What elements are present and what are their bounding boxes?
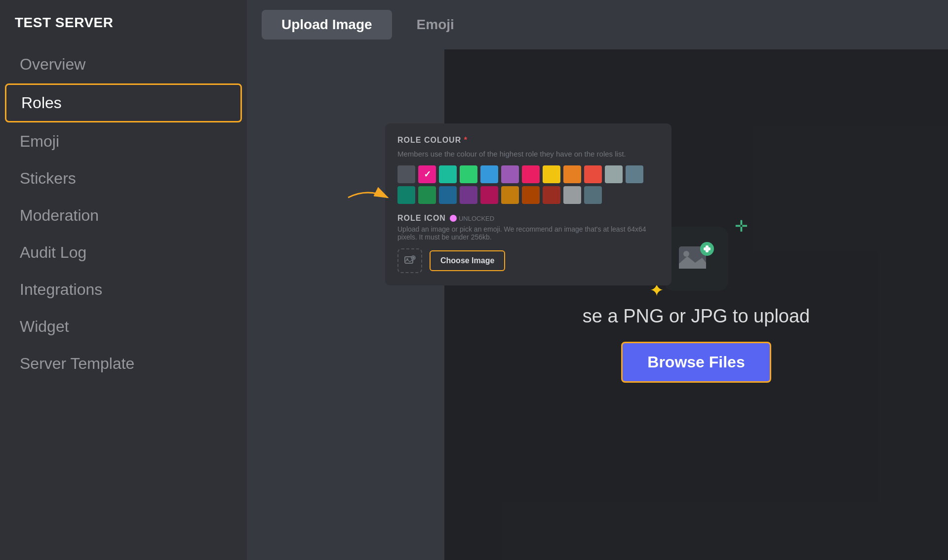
swatch-red[interactable] [584,165,602,183]
swatch-blue[interactable] [480,165,498,183]
add-image-icon [404,255,416,267]
sidebar-item-emoji[interactable]: Emoji [5,123,242,160]
sidebar-item-stickers[interactable]: Stickers [5,160,242,197]
role-icon-row: Choose Image [397,248,659,273]
colour-swatches [397,165,659,204]
swatch-orange[interactable] [563,165,581,183]
swatch-dark-purple[interactable] [460,186,477,204]
swatch-dark-green[interactable] [418,186,436,204]
sidebar-item-audit-log[interactable]: Audit Log [5,235,242,271]
svg-rect-9 [412,257,414,258]
image-upload-icon [676,239,716,279]
swatch-dark-orange[interactable] [522,186,540,204]
swatch-navy[interactable] [439,186,457,204]
boost-icon [450,215,457,222]
main-content: Upload Image Emoji ✛ ✦ se a PNG or JPG t… [247,0,948,560]
move-icon: ✛ [735,217,748,236]
role-icon-desc: Upload an image or pick an emoji. We rec… [397,225,659,241]
swatch-teal[interactable] [439,165,457,183]
svg-point-1 [683,251,689,257]
swatch-purple[interactable] [501,165,519,183]
sidebar-item-widget[interactable]: Widget [5,309,242,345]
sidebar-item-overview[interactable]: Overview [5,46,242,82]
sidebar-item-server-template[interactable]: Server Template [5,346,242,382]
swatch-silver[interactable] [605,165,623,183]
swatch-dark-steel[interactable] [584,186,602,204]
swatch-dark-teal[interactable] [397,186,415,204]
upload-icon-container: ✛ ✦ [664,227,728,291]
swatch-pink[interactable] [418,165,436,183]
swatch-row-2 [397,186,659,204]
sidebar-item-roles[interactable]: Roles [5,83,242,122]
tab-upload-image[interactable]: Upload Image [262,10,392,40]
sidebar: TEST SERVER Overview Roles Emoji Sticker… [0,0,247,560]
tab-bar: Upload Image Emoji [247,0,948,49]
role-colour-label: ROLE COLOUR * [397,136,659,145]
swatch-green[interactable] [460,165,477,183]
upload-text: se a PNG or JPG to upload [583,306,810,327]
swatch-steel[interactable] [626,165,643,183]
required-star: * [464,136,468,144]
swatch-rose[interactable] [522,165,540,183]
browse-files-button[interactable]: Browse Files [621,342,771,383]
swatch-dark-red[interactable] [543,186,560,204]
swatch-row-1 [397,165,659,183]
role-colour-panel: ROLE COLOUR * Members use the colour of … [385,123,672,285]
unlocked-badge: UNLOCKED [450,215,494,222]
swatch-gray[interactable] [563,186,581,204]
swatch-dark-rose[interactable] [480,186,498,204]
choose-image-button[interactable]: Choose Image [430,250,505,271]
swatch-gold[interactable] [501,186,519,204]
sidebar-item-moderation[interactable]: Moderation [5,198,242,234]
svg-rect-4 [704,247,711,250]
tab-emoji[interactable]: Emoji [397,10,474,40]
server-name: TEST SERVER [0,10,247,45]
sidebar-item-integrations[interactable]: Integrations [5,272,242,308]
upload-icon-box [664,227,728,291]
swatch-yellow[interactable] [543,165,560,183]
swatch-default[interactable] [397,165,415,183]
add-icon-box[interactable] [397,248,422,273]
role-icon-section: ROLE ICON UNLOCKED [397,214,659,223]
role-colour-desc: Members use the colour of the highest ro… [397,150,659,158]
